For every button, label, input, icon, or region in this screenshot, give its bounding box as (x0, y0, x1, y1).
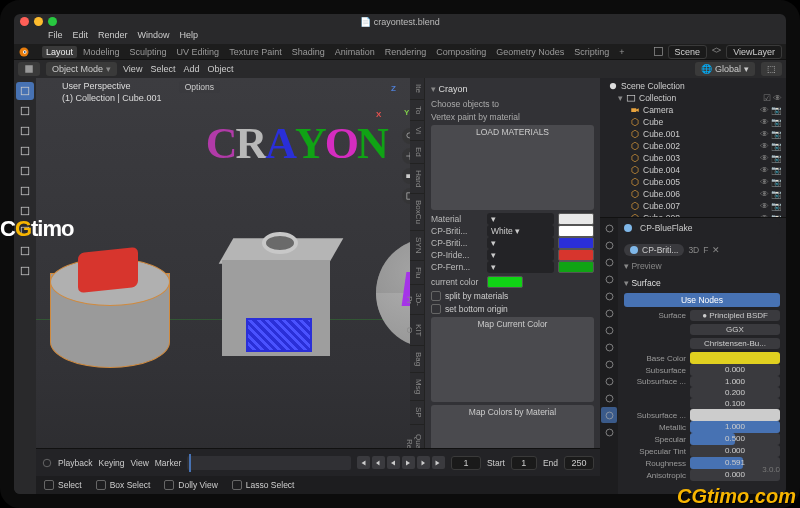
out-item[interactable]: Cube👁 📷 (604, 116, 782, 128)
3d-viewport[interactable]: Options User Perspective (1) Collection … (36, 78, 600, 494)
jump-start-icon[interactable] (357, 456, 370, 469)
add-workspace[interactable]: + (615, 46, 628, 58)
ws-geometry-nodes[interactable]: Geometry Nodes (492, 46, 568, 58)
out-item[interactable]: Cube.002👁 📷 (604, 140, 782, 152)
distribution[interactable]: GGX (690, 324, 780, 335)
cylinder-object[interactable] (50, 228, 170, 368)
menu-window[interactable]: Window (138, 30, 170, 44)
prop-tab-output[interactable] (601, 237, 617, 253)
prop-tab-material[interactable] (601, 407, 617, 423)
ntab-to[interactable]: To (410, 100, 424, 121)
ws-scripting[interactable]: Scripting (570, 46, 613, 58)
surface-shader[interactable]: ● Principled BSDF (690, 310, 780, 321)
map-current-button[interactable]: Map Current Color (431, 317, 594, 402)
sss-method[interactable]: Christensen-Bu... (690, 338, 780, 349)
frame-scrubber[interactable] (187, 456, 351, 470)
split-checkbox[interactable]: split by materials (431, 291, 594, 301)
out-item[interactable]: Cube.006👁 📷 (604, 188, 782, 200)
origin-checkbox[interactable]: set bottom origin (431, 304, 594, 314)
ntab-flu[interactable]: Flu (410, 261, 424, 285)
ntab-syn[interactable]: SYN (410, 231, 424, 260)
current-frame[interactable]: 1 (451, 456, 481, 470)
orientation[interactable]: 🌐 Global ▾ (695, 62, 755, 76)
ntab-kit o[interactable]: KIT O (410, 315, 424, 345)
ntab-ed[interactable]: Ed (410, 141, 424, 164)
ntab-3d-pr[interactable]: 3D-Pr (410, 285, 424, 315)
prop-tab-physics[interactable] (601, 356, 617, 372)
ntab-bag[interactable]: Bag (410, 346, 424, 373)
outliner[interactable]: Scene Collection ▾Collection☑ 👁 Camera👁 … (600, 78, 786, 218)
snap-toggle[interactable]: ⬚ (761, 62, 782, 76)
ws-compositing[interactable]: Compositing (432, 46, 490, 58)
measure-tool[interactable] (16, 242, 34, 260)
play-rev-icon[interactable] (387, 456, 400, 469)
viewlayer-selector[interactable]: ViewLayer (726, 45, 782, 59)
select-box-tool[interactable] (16, 102, 34, 120)
rotate-tool[interactable] (16, 162, 34, 180)
prop-tab-render[interactable] (601, 220, 617, 236)
jump-end-icon[interactable] (432, 456, 445, 469)
play-icon[interactable] (402, 456, 415, 469)
ntab-vi[interactable]: Vi (410, 121, 424, 141)
tl-marker[interactable]: Marker (155, 458, 181, 468)
cube-object[interactable] (216, 218, 346, 368)
prop-tab-modifier[interactable] (601, 322, 617, 338)
ws-layout[interactable]: Layout (42, 46, 77, 58)
ntab-msg[interactable]: Msg (410, 373, 424, 401)
out-collection[interactable]: ▾Collection☑ 👁 (604, 92, 782, 104)
ws-modeling[interactable]: Modeling (79, 46, 124, 58)
preview-section[interactable]: Preview (624, 259, 780, 273)
hdr-select[interactable]: Select (150, 64, 175, 74)
ws-shading[interactable]: Shading (288, 46, 329, 58)
scene-selector[interactable]: Scene (668, 45, 708, 59)
surface-section[interactable]: Surface (624, 276, 780, 290)
move-tool[interactable] (16, 142, 34, 160)
tl-view[interactable]: View (131, 458, 149, 468)
material-slot[interactable]: CP-Briti... (624, 244, 684, 256)
menu-render[interactable]: Render (98, 30, 128, 44)
ws-texture-paint[interactable]: Texture Paint (225, 46, 286, 58)
out-item[interactable]: Cube.005👁 📷 (604, 176, 782, 188)
ntab-boxcu[interactable]: BoxCu (410, 194, 424, 231)
ntab-ite[interactable]: Ite (410, 78, 424, 100)
out-scene[interactable]: Scene Collection (604, 80, 782, 92)
ntab-sp[interactable]: SP (410, 401, 424, 425)
prop-tab-scene[interactable] (601, 271, 617, 287)
tl-playback[interactable]: Playback (58, 458, 93, 468)
editor-type[interactable] (18, 62, 40, 76)
ws-rendering[interactable]: Rendering (381, 46, 431, 58)
prop-tab-constraint[interactable] (601, 373, 617, 389)
prop-tab-data[interactable] (601, 390, 617, 406)
use-nodes-button[interactable]: Use Nodes (624, 293, 780, 307)
tl-keying[interactable]: Keying (99, 458, 125, 468)
hdr-view[interactable]: View (123, 64, 142, 74)
ws-sculpting[interactable]: Sculpting (126, 46, 171, 58)
mode-selector[interactable]: Object Mode ▾ (46, 62, 117, 76)
prop-tab-world[interactable] (601, 288, 617, 304)
out-item[interactable]: Cube.004👁 📷 (604, 164, 782, 176)
unlink-icon[interactable]: ✕ (712, 245, 720, 255)
out-item[interactable]: Camera👁 📷 (604, 104, 782, 116)
ntab-hard[interactable]: Hard (410, 164, 424, 194)
start-frame[interactable]: 1 (511, 456, 537, 470)
hdr-add[interactable]: Add (183, 64, 199, 74)
prop-tab-object[interactable] (601, 305, 617, 321)
options-dropdown[interactable]: Options (179, 81, 220, 93)
scale-tool[interactable] (16, 182, 34, 200)
out-item[interactable]: Cube.007👁 📷 (604, 200, 782, 212)
current-color-swatch[interactable] (487, 276, 523, 288)
prop-tab-texture[interactable] (601, 424, 617, 440)
prop-tab-view[interactable] (601, 254, 617, 270)
load-materials-button[interactable]: LOAD MATERIALS (431, 125, 594, 210)
ws-animation[interactable]: Animation (331, 46, 379, 58)
end-frame[interactable]: 250 (564, 456, 594, 470)
prev-key-icon[interactable] (372, 456, 385, 469)
menu-help[interactable]: Help (180, 30, 199, 44)
next-key-icon[interactable] (417, 456, 430, 469)
timeline[interactable]: Playback Keying View Marker 1 Start 1 En… (36, 448, 600, 476)
hdr-object[interactable]: Object (207, 64, 233, 74)
cursor-3d-tool[interactable] (16, 122, 34, 140)
out-item[interactable]: Cube.003👁 📷 (604, 152, 782, 164)
menu-file[interactable]: File (48, 30, 63, 44)
ws-uv-editing[interactable]: UV Editing (173, 46, 224, 58)
